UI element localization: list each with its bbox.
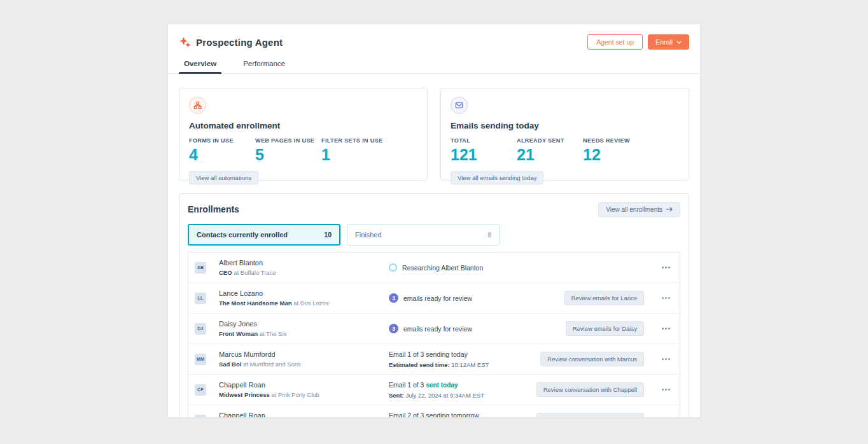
stat-value: 1 [321, 146, 383, 164]
emails-sending-today-card: Emails sending today TOTAL 121 ALREADY S… [440, 88, 689, 181]
row-status: Email 1 of 3 sent todaySent: July 22, 20… [389, 381, 536, 399]
stat-value: 4 [189, 146, 249, 164]
row-status-line1: Email 1 of 3 [389, 381, 424, 389]
contact-name: Chappell Roan [219, 381, 389, 389]
table-row: DJ Daisy Jones Front Woman at The Six 3e… [188, 314, 680, 344]
org-chart-icon [189, 97, 206, 114]
row-status-line2-label: Sent: [389, 392, 404, 399]
contact-info: Chappell Roan Midwest Princess at Pink P… [219, 412, 389, 417]
tab-performance[interactable]: Performance [238, 60, 290, 73]
ellipsis-icon [665, 358, 667, 360]
enroll-button-label: Enroll [655, 38, 673, 46]
contact-subtitle: CEO at Buffalo Trace [219, 269, 389, 276]
avatar: DJ [195, 323, 206, 335]
sent-today-highlight: sent today [426, 382, 458, 389]
row-menu-button[interactable] [652, 356, 680, 363]
table-row: MM Marcus Mumfordd Sad Boi at Mumford an… [188, 344, 680, 375]
contact-info: Marcus Mumfordd Sad Boi at Mumford and S… [219, 350, 389, 368]
row-status: 3emails ready for review [389, 324, 566, 333]
avatar: LL [195, 293, 206, 304]
ellipsis-icon [668, 328, 670, 330]
stat-label: FILTER SETS IN USE [321, 137, 383, 144]
contact-info: Chappell Roan Midwest Princess at Pink P… [219, 381, 389, 398]
row-action-button[interactable]: Review emails for Lance [564, 291, 645, 305]
card-title: Emails sending today [451, 121, 679, 130]
app-window: Prospecting Agent Agent set up Enroll Ov… [168, 24, 700, 417]
ellipsis-icon [662, 389, 664, 391]
view-all-automations-button[interactable]: View all automations [189, 171, 258, 184]
view-all-enrollments-button[interactable]: View all enrollments [598, 202, 680, 217]
table-row: LL Lance Lozano The Most Handsome Man at… [188, 283, 680, 314]
filter-label: Finished [355, 231, 382, 239]
row-status-text: Researching Albert Blanton [402, 264, 483, 272]
row-menu-button[interactable] [652, 386, 680, 393]
row-menu-button[interactable] [652, 264, 680, 271]
row-action: Review emails for Daisy [566, 321, 644, 336]
ellipsis-icon [665, 328, 667, 330]
ellipsis-icon [668, 267, 670, 268]
row-status: Email 1 of 3 sending todayEstimated send… [389, 350, 540, 368]
filter-contacts-currently-enrolled[interactable]: Contacts currently enrolled 10 [188, 224, 340, 246]
filter-label: Contacts currently enrolled [197, 231, 288, 239]
row-status-line2-label: Estimated send time: [389, 361, 450, 368]
contact-name: Marcus Mumfordd [219, 350, 389, 358]
page-title: Prospecting Agent [196, 37, 283, 48]
filter-finished[interactable]: Finished 8 [347, 224, 500, 246]
ellipsis-icon [665, 389, 667, 391]
tab-overview[interactable]: Overview [179, 60, 221, 73]
row-status-line1: Email 2 of 3 sending tomorrow [389, 412, 479, 418]
automated-enrollment-card: Automated enrollment FORMS IN USE 4 WEB … [179, 88, 428, 181]
row-action-button[interactable]: Review conversation with Chappell [536, 382, 644, 397]
chevron-down-icon [676, 41, 682, 44]
ellipsis-icon [662, 358, 664, 360]
row-status-line2-text: 10:12AM EST [451, 361, 489, 368]
row-menu-button[interactable] [652, 325, 680, 332]
row-action: Review conversation with Chappell [536, 382, 644, 397]
avatar: CP [195, 384, 206, 396]
contact-subtitle: Midwest Princess at Pink Pony Club [219, 391, 389, 398]
page-header: Prospecting Agent Agent set up Enroll [168, 24, 700, 50]
row-status-text: emails ready for review [403, 295, 472, 302]
row-status-text: emails ready for review [403, 325, 472, 333]
avatar: MM [195, 354, 206, 365]
enrollments-panel: Enrollments View all enrollments Contact… [179, 193, 689, 417]
table-row: AB Albert Blanton CEO at Buffalo Trace R… [188, 253, 680, 283]
ellipsis-icon [662, 328, 664, 330]
filter-count: 10 [324, 231, 332, 239]
contact-info: Lance Lozano The Most Handsome Man at Do… [219, 289, 389, 307]
stat-label: FORMS IN USE [189, 137, 249, 144]
row-action-button[interactable]: Review conversation with Marcus [540, 352, 644, 366]
enrollments-title: Enrollments [188, 204, 239, 214]
stat-value: 121 [451, 146, 510, 164]
ellipsis-icon [662, 297, 664, 299]
summary-cards: Automated enrollment FORMS IN USE 4 WEB … [179, 88, 689, 181]
view-all-emails-button[interactable]: View all emails sending today [451, 171, 543, 184]
row-action-button[interactable]: Review conversation with Chappell [536, 413, 644, 417]
row-menu-button[interactable] [652, 417, 680, 417]
contact-info: Albert Blanton CEO at Buffalo Trace [219, 259, 389, 276]
row-status: 3emails ready for review [389, 293, 564, 303]
view-all-enrollments-label: View all enrollments [606, 206, 662, 213]
ellipsis-icon [668, 297, 670, 299]
row-status: Email 2 of 3 sending tomorrowSend time c… [389, 412, 536, 418]
agent-setup-button[interactable]: Agent set up [587, 34, 643, 50]
enroll-button[interactable]: Enroll [648, 34, 689, 50]
stat-label: WEB PAGES IN USE [255, 137, 315, 144]
contact-info: Daisy Jones Front Woman at The Six [219, 320, 389, 337]
contact-name: Lance Lozano [219, 289, 389, 297]
arrow-right-icon [666, 207, 673, 212]
researching-spinner-icon [389, 263, 397, 272]
avatar: CP [195, 415, 206, 418]
contact-name: Albert Blanton [219, 259, 389, 267]
row-menu-button[interactable] [652, 295, 680, 302]
row-action-button[interactable]: Review emails for Daisy [566, 321, 644, 336]
email-count-badge: 3 [389, 293, 398, 303]
row-action: Review conversation with Marcus [540, 352, 644, 366]
contact-name: Daisy Jones [219, 320, 389, 328]
contact-subtitle: Front Woman at The Six [219, 330, 389, 337]
stat-value: 5 [255, 146, 315, 164]
contact-subtitle: Sad Boi at Mumford and Sons [219, 361, 389, 368]
table-row: CP Chappell Roan Midwest Princess at Pin… [188, 405, 680, 417]
envelope-icon [451, 97, 468, 114]
sparkle-icon [179, 36, 191, 48]
